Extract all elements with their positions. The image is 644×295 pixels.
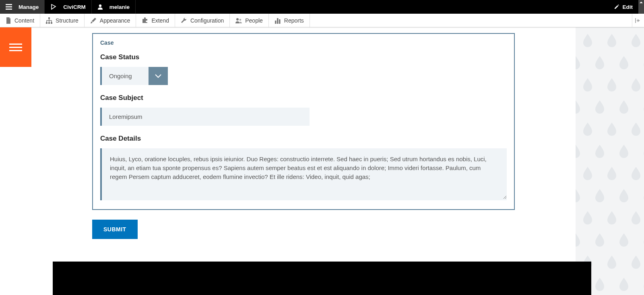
civicrm-icon	[50, 4, 60, 10]
case-fieldset: Case Case Status Ongoing Case Subject Ca…	[92, 33, 515, 210]
menu-label: Structure	[56, 17, 78, 24]
pencil-icon	[614, 4, 619, 10]
edit-label: Edit	[623, 4, 633, 10]
svg-rect-5	[46, 22, 47, 24]
site-hamburger[interactable]	[0, 27, 31, 67]
menu-extend[interactable]: Extend	[136, 14, 175, 27]
svg-point-8	[236, 18, 239, 21]
decorative-drops-pattern	[576, 27, 644, 295]
user-label: melanie	[109, 4, 130, 10]
menu-appearance[interactable]: Appearance	[85, 14, 136, 27]
file-icon	[6, 17, 11, 24]
topbar-spacer	[136, 0, 608, 14]
select-arrow[interactable]	[149, 67, 168, 85]
svg-rect-12	[279, 19, 281, 24]
admin-topbar: Manage CiviCRM melanie Edit	[0, 0, 644, 14]
user-menu[interactable]: melanie	[92, 0, 136, 14]
manage-menu[interactable]: Manage	[0, 0, 45, 14]
menu-structure[interactable]: Structure	[40, 14, 85, 27]
case-status-value: Ongoing	[100, 67, 149, 85]
svg-rect-0	[6, 4, 12, 5]
case-subject-label: Case Subject	[100, 94, 507, 102]
svg-rect-7	[51, 22, 52, 24]
case-subject-input[interactable]	[102, 108, 310, 126]
people-icon	[235, 17, 242, 24]
menu-people[interactable]: People	[230, 14, 269, 27]
svg-rect-6	[48, 22, 50, 24]
menu-label: People	[245, 17, 263, 24]
svg-point-9	[239, 19, 242, 21]
menu-label: Reports	[284, 17, 304, 24]
svg-rect-10	[275, 21, 277, 24]
admin-menubar: Content Structure Appearance Extend Conf…	[0, 14, 644, 27]
hierarchy-icon	[46, 17, 52, 24]
case-details-field: Case Details	[100, 135, 507, 200]
menubar-spacer	[310, 14, 632, 27]
hamburger-icon	[6, 4, 15, 10]
hamburger-lines-icon	[9, 42, 22, 53]
svg-rect-2	[6, 8, 12, 10]
page-footer	[53, 262, 591, 295]
svg-rect-11	[277, 18, 279, 24]
menu-configuration[interactable]: Configuration	[175, 14, 230, 27]
chevron-down-icon	[155, 74, 162, 79]
submit-button[interactable]: SUBMIT	[92, 220, 138, 239]
menu-content[interactable]: Content	[0, 14, 40, 27]
user-icon	[97, 4, 106, 10]
topbar-collapse-arrow[interactable]	[638, 0, 644, 14]
case-details-textarea[interactable]	[102, 148, 507, 199]
main-content: Case Case Status Ongoing Case Subject Ca…	[31, 33, 576, 295]
svg-rect-14	[637, 20, 639, 21]
menu-reports[interactable]: Reports	[269, 14, 310, 27]
case-details-label: Case Details	[100, 135, 507, 143]
svg-point-3	[99, 4, 101, 7]
civicrm-label: CiviCRM	[63, 4, 86, 10]
case-legend: Case	[100, 39, 507, 46]
menu-label: Content	[14, 17, 34, 24]
wrench-icon	[181, 17, 187, 24]
svg-rect-13	[635, 18, 636, 23]
menu-label: Appearance	[100, 17, 130, 24]
case-subject-field: Case Subject	[100, 94, 507, 126]
bar-chart-icon	[275, 17, 281, 24]
puzzle-icon	[142, 17, 148, 24]
menu-label: Configuration	[190, 17, 224, 24]
manage-label: Manage	[19, 4, 39, 10]
menu-label: Extend	[151, 17, 169, 24]
svg-rect-4	[48, 17, 50, 19]
collapse-icon	[635, 18, 642, 23]
menubar-collapse[interactable]	[632, 14, 644, 27]
case-status-field: Case Status Ongoing	[100, 53, 507, 85]
case-status-select[interactable]: Ongoing	[100, 67, 168, 85]
triangle-up-icon	[640, 1, 643, 4]
edit-toggle[interactable]: Edit	[608, 0, 639, 14]
civicrm-link[interactable]: CiviCRM	[45, 0, 92, 14]
svg-rect-1	[6, 6, 12, 8]
case-status-label: Case Status	[100, 53, 507, 61]
paintbrush-icon	[90, 17, 97, 24]
